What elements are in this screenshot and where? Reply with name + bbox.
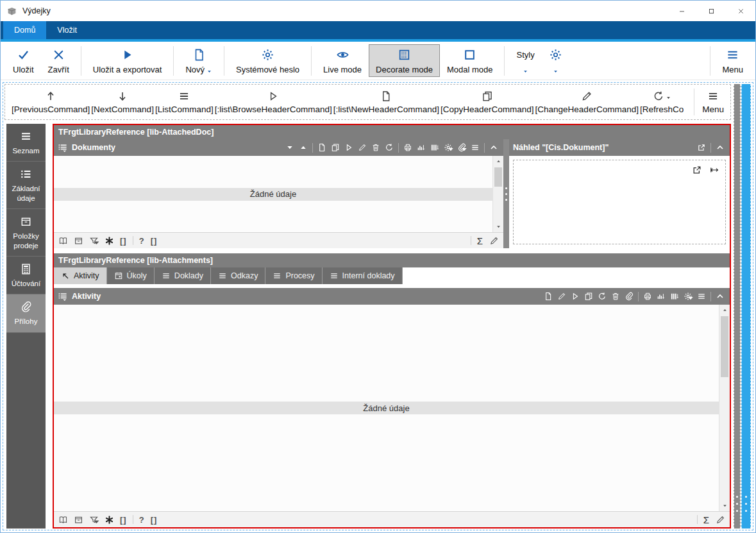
pencil-icon[interactable] (557, 292, 566, 301)
question-icon[interactable]: ? (139, 236, 145, 246)
hamburger-icon[interactable] (697, 292, 706, 301)
columns-icon[interactable] (670, 292, 679, 301)
doc-icon[interactable] (544, 292, 553, 301)
question-icon[interactable]: ? (139, 515, 145, 525)
vertical-splitter[interactable] (734, 84, 741, 529)
chart-icon[interactable] (657, 292, 666, 301)
printer-icon[interactable] (403, 143, 412, 152)
copy-header-command-button[interactable]: [CopyHeaderCommand] (441, 90, 534, 114)
aktivity-scrollbar[interactable] (719, 305, 730, 511)
refresh-icon[interactable] (598, 292, 607, 301)
dokumenty-grid[interactable]: Žádné údaje (54, 156, 503, 232)
trash-icon[interactable] (371, 143, 380, 152)
next-command-button[interactable]: [NextCommand] (91, 90, 154, 114)
previous-command-button[interactable]: [PreviousCommand] (12, 90, 90, 114)
dokumenty-scrollbar[interactable] (492, 156, 503, 232)
trash-icon[interactable] (611, 292, 620, 301)
resize-h-icon[interactable] (709, 165, 719, 175)
aktivity-grid[interactable]: Žádné údaje (54, 305, 730, 511)
columns-icon[interactable] (430, 143, 439, 152)
styles-button[interactable]: Styly (509, 44, 541, 77)
system-password-button[interactable]: Systémové heslo (229, 44, 307, 77)
scroll-down-arrow[interactable] (719, 501, 730, 511)
new-header-command-button[interactable]: [:list\NewHeaderCommand] (333, 90, 439, 114)
settings-button[interactable] (542, 44, 569, 77)
sidebar-item-uctovani[interactable]: Účtování (6, 257, 46, 294)
scroll-thumb[interactable] (721, 316, 728, 377)
live-mode-button[interactable]: Live mode (316, 44, 369, 77)
chevron-up-icon[interactable] (716, 292, 725, 301)
caret-down-icon[interactable] (285, 143, 294, 152)
refresh-command-button[interactable]: [RefreshCo (640, 90, 684, 114)
pencil-icon[interactable] (489, 236, 499, 246)
tab-odkazy[interactable]: Odkazy (211, 267, 265, 284)
decorate-mode-button[interactable]: Decorate mode (369, 44, 440, 77)
command-menu-button[interactable]: Menu (702, 90, 724, 114)
save-and-export-button[interactable]: Uložit a exportovat (86, 44, 169, 77)
refresh-icon[interactable] (385, 143, 394, 152)
copy-icon[interactable] (331, 143, 340, 152)
chevron-up-icon[interactable] (716, 143, 725, 152)
list-command-button[interactable]: [ListCommand] (155, 90, 214, 114)
sidebar-item-seznam[interactable]: Seznam (6, 124, 46, 162)
doc-icon[interactable] (317, 143, 326, 152)
external-icon[interactable] (692, 165, 702, 175)
hamburger-icon[interactable] (471, 143, 480, 152)
pencil-icon[interactable] (358, 143, 367, 152)
ribbon-tab-domu[interactable]: Domů (3, 21, 46, 39)
tab-aktivity[interactable]: Aktivity (54, 267, 107, 284)
maximize-button[interactable] (696, 1, 726, 21)
save-button[interactable]: Uložit (6, 44, 41, 77)
book-icon[interactable] (58, 236, 68, 246)
asterisk-icon[interactable] (105, 236, 114, 246)
copy-icon[interactable] (584, 292, 593, 301)
caret-up-icon[interactable] (299, 143, 308, 152)
gear-icon[interactable] (684, 292, 693, 301)
brackets-icon[interactable]: [] (120, 515, 127, 525)
brackets-icon[interactable]: [] (151, 236, 158, 246)
browse-header-command-button[interactable]: [:list\BrowseHeaderCommand] (215, 90, 332, 114)
change-header-command-button[interactable]: [ChangeHeaderCommand] (535, 90, 639, 114)
close-button[interactable] (726, 1, 755, 21)
book-icon[interactable] (58, 515, 68, 525)
archive-box-icon[interactable] (74, 236, 83, 246)
play-icon[interactable] (344, 143, 353, 152)
menu-button[interactable]: Menu (715, 44, 750, 77)
chevron-up-icon[interactable] (489, 143, 498, 152)
panel-menu-icon[interactable] (58, 142, 68, 153)
archive-box-icon[interactable] (74, 515, 83, 525)
close-button[interactable]: Zavřít (41, 44, 76, 77)
chart-icon[interactable] (417, 143, 426, 152)
filter-icon[interactable] (89, 515, 99, 525)
paperclip-icon[interactable] (457, 143, 466, 152)
brackets-icon[interactable]: [] (120, 236, 127, 246)
filter-icon[interactable] (89, 236, 99, 246)
scroll-up-arrow[interactable] (493, 157, 503, 166)
asterisk-icon[interactable] (105, 515, 114, 525)
sidebar-item-zakladni-udaje[interactable]: Základní údaje (6, 162, 46, 209)
sidebar-item-polozky-prodeje[interactable]: Položky prodeje (6, 209, 46, 257)
tab-procesy[interactable]: Procesy (265, 267, 322, 284)
tab-ukoly[interactable]: Úkoly (107, 267, 155, 284)
scroll-down-arrow[interactable] (493, 222, 503, 232)
panel-menu-icon[interactable] (58, 291, 68, 301)
scroll-up-arrow[interactable] (719, 305, 730, 315)
tab-interni-doklady[interactable]: Interní doklady (323, 267, 403, 284)
ribbon-tab-vlozit[interactable]: Vložit (46, 21, 88, 39)
form-scrollbar[interactable] (741, 84, 751, 529)
play-icon[interactable] (571, 292, 580, 301)
printer-icon[interactable] (643, 292, 652, 301)
sidebar-item-prilohy[interactable]: Přílohy (6, 294, 46, 332)
modal-mode-button[interactable]: Modal mode (440, 44, 500, 77)
scroll-thumb[interactable] (494, 167, 502, 187)
panel-splitter[interactable] (503, 139, 509, 248)
pencil-icon[interactable] (716, 515, 725, 525)
brackets-icon[interactable]: [] (151, 515, 158, 525)
sigma-icon[interactable]: Σ (703, 514, 710, 525)
tab-doklady[interactable]: Doklady (155, 267, 211, 284)
gear-icon[interactable] (444, 143, 453, 152)
new-button[interactable]: Nový (178, 44, 219, 77)
minimize-button[interactable] (667, 1, 696, 21)
sigma-icon[interactable]: Σ (477, 235, 483, 246)
external-icon[interactable] (697, 143, 706, 152)
